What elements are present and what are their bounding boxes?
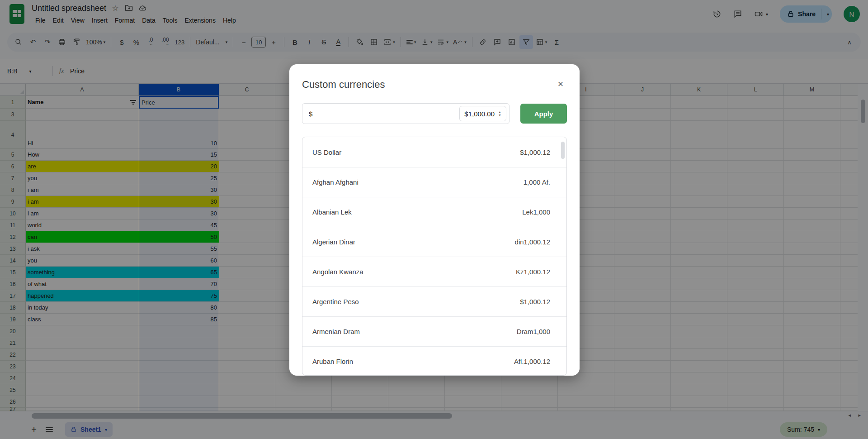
- dialog-title: Custom currencies: [302, 78, 385, 91]
- currency-name: Algerian Dinar: [312, 238, 355, 246]
- currency-row[interactable]: Armenian Dram Dram1,000: [302, 316, 566, 346]
- currency-sample: Dram1,000: [517, 328, 550, 335]
- currency-name: US Dollar: [312, 148, 341, 156]
- currency-sample: $1,000.12: [520, 298, 550, 305]
- list-scrollbar-thumb[interactable]: [561, 142, 565, 159]
- currency-row[interactable]: Afghan Afghani 1,000 Af.: [302, 167, 566, 197]
- apply-button[interactable]: Apply: [520, 104, 567, 124]
- currency-name: Armenian Dram: [312, 328, 360, 335]
- currency-row[interactable]: Algerian Dinar din1,000.12: [302, 227, 566, 257]
- close-icon[interactable]: ×: [554, 78, 567, 91]
- currency-sample: Afl.1,000.12: [514, 358, 550, 365]
- currency-sample: 1,000 Af.: [524, 178, 550, 186]
- currency-row[interactable]: Albanian Lek Lek1,000: [302, 197, 566, 227]
- format-pattern-select[interactable]: $1,000.00 ▲▼: [459, 106, 506, 121]
- currency-name: Afghan Afghani: [312, 178, 359, 186]
- currency-sample: din1,000.12: [515, 238, 550, 246]
- stepper-icon[interactable]: ▲▼: [498, 110, 501, 117]
- currency-name: Aruban Florin: [312, 358, 353, 365]
- currency-row[interactable]: US Dollar $1,000.12: [302, 137, 566, 167]
- currency-symbol-input[interactable]: [309, 110, 459, 118]
- currency-sample: Kz1,000.12: [516, 268, 550, 276]
- currency-symbol-field[interactable]: $1,000.00 ▲▼: [302, 103, 509, 124]
- currency-name: Angolan Kwanza: [312, 268, 363, 276]
- currency-row[interactable]: Argentine Peso $1,000.12: [302, 286, 566, 316]
- currency-name: Argentine Peso: [312, 298, 359, 305]
- currency-list: US Dollar $1,000.12 Afghan Afghani 1,000…: [302, 137, 567, 376]
- currency-name: Albanian Lek: [312, 208, 352, 216]
- custom-currencies-dialog: Custom currencies × $1,000.00 ▲▼ Apply U…: [289, 64, 580, 376]
- format-pattern-value: $1,000.00: [464, 110, 495, 118]
- currency-row[interactable]: Angolan Kwanza Kz1,000.12: [302, 257, 566, 286]
- currency-sample: Lek1,000: [522, 208, 550, 216]
- currency-row[interactable]: Aruban Florin Afl.1,000.12: [302, 346, 566, 376]
- currency-sample: $1,000.12: [520, 148, 550, 156]
